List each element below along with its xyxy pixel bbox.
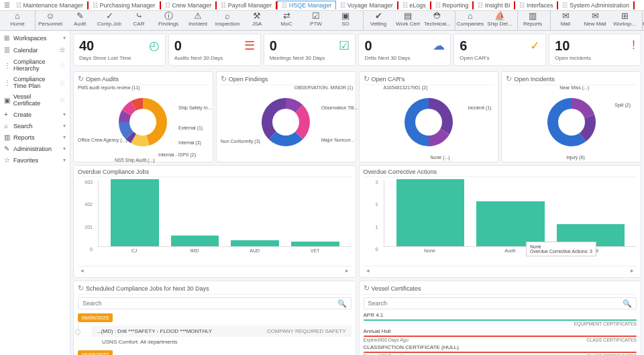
sidebar-icon: ▣ [4,97,11,104]
tab-elogs[interactable]: ☷ eLogs [398,1,431,9]
search-input[interactable] [78,298,333,309]
chevron-down-icon: ▾ [63,146,66,152]
toolbar-icon: ⛑ [423,11,452,21]
reports-button[interactable]: ▥Reports [518,11,547,31]
tab-hsqe-manager[interactable]: ☷ HSQE Manager [277,1,336,9]
toolbar-icon: ⌕ [213,11,242,21]
donut-slice-label: Office Crew Agency (...) [78,138,127,142]
tab-purchasing-manager[interactable]: ☷ Purchasing Manager [89,1,161,9]
ptw-button[interactable]: ☑PTW [301,11,331,31]
technical--button[interactable]: ⛑Technical... [423,11,452,31]
kpi-card[interactable]: 0Audits Next 30 Days☰ [168,34,261,66]
inspection-button[interactable]: ⌕Inspection [213,11,242,31]
favorite-star-icon[interactable]: ☆ [59,96,66,105]
search-input[interactable] [364,298,619,309]
tab-reporting[interactable]: ☷ Reporting [431,1,474,9]
donut-card: ↻Open CAR'sA1654813217901 (2)Incident (1… [359,71,499,162]
certificate-item[interactable]: Annual HullExpired903 Days AgoCLASS CERT… [364,328,637,342]
kpi-card[interactable]: 0Meetings Next 30 Days☑ [264,34,356,66]
bar[interactable] [231,240,279,246]
sidebar-item-compliance-hierarchy[interactable]: ⋮Compliance Hierarchy☆ [0,56,70,74]
sidebar-item-favorites[interactable]: ☆Favorites▾ [0,154,70,166]
toolbar-icon: ▥ [518,11,547,21]
mail-button[interactable]: ✉Mail [551,11,580,31]
toolbar-icon: ⤷ [124,11,154,21]
incident-button[interactable]: ⚠Incident [183,11,213,31]
toolbar-icon: ✉ [580,11,610,21]
worksp--button[interactable]: ⊞Worksp... [610,11,639,31]
sidebar-item-vessel-certificate[interactable]: ▣Vessel Certificate☆ [0,91,70,109]
jsa-button[interactable]: ⚒JSA [242,11,272,31]
dashboard: 40Days Since Lost Time◴0Audits Next 30 D… [70,31,644,355]
tab-system-administration[interactable]: ☷ System Administration [558,1,635,9]
hamburger-icon[interactable]: ☰ [1,1,12,9]
donut-slice-label: Injury (6) [566,155,585,160]
sidebar: ⊞Workspaces▾☰Calendar☆⋮Compliance Hierar… [0,31,70,355]
findings-button[interactable]: ⓘFindings [154,11,183,31]
donut-slice-label: A1654813217901 (2) [384,85,428,90]
toolbar-icon: ⚒ [242,11,272,21]
reload-icon[interactable]: ↻ [364,284,370,293]
audit-button[interactable]: ✎Audit [65,11,95,31]
certificate-item[interactable]: CLASSIFICTION CERTIFICATE (HULL)Expired6… [364,344,637,355]
sidebar-item-administration[interactable]: ✎Administration▾ [0,143,70,154]
donut-slice-label: Observation Titl... [321,105,358,110]
reload-icon[interactable]: ↻ [78,74,84,83]
date-chip: 06/09/2023 [78,350,113,355]
bar[interactable] [476,201,545,246]
tab-interfaces[interactable]: ☷ Interfaces [515,1,558,9]
sidebar-item-compliance-time-plan[interactable]: ⋮Compliance Time Plan☆ [0,74,70,91]
donut-slice-label: Internal - ISPS (2) [158,152,196,157]
sidebar-item-reports[interactable]: ▥Reports▾ [0,132,70,143]
kpi-card[interactable]: 6Open CAR's✓ [453,34,546,66]
bar[interactable] [291,242,339,246]
panel-title: Overdue Corrective Actions [364,168,637,177]
toolbar-icon: ☑ [301,11,331,21]
work-cert-button[interactable]: ▤Work Cert [393,11,423,31]
scheduled-job-item[interactable]: ...(MD) : Drill ***SAFETY - FLOOD ***MON… [91,325,352,337]
ship-det--button[interactable]: ⛵Ship Det... [485,11,515,31]
search-icon[interactable]: 🔍 [619,299,636,308]
home-button[interactable]: ⌂Home [3,11,32,31]
reload-icon[interactable]: ↻ [364,74,370,83]
reload-icon[interactable]: ↻ [221,74,227,83]
panel-title: Open Audits [86,76,119,83]
tab-insight-bi[interactable]: ☷ Insight BI [474,1,515,9]
bar[interactable] [111,179,159,246]
kpi-card[interactable]: 40Days Since Lost Time◴ [73,34,166,66]
comp-job-button[interactable]: ✓Comp.Job [95,11,124,31]
sidebar-item-search[interactable]: ⌕Search▾ [0,120,70,132]
tab-voyage-manager[interactable]: ☷ Voyage Manager [336,1,398,9]
favorite-star-icon[interactable]: ☆ [59,79,66,87]
toolbar-icon: ⌂ [3,11,32,21]
car-button[interactable]: ⤷CAR [124,11,154,31]
companies-button[interactable]: ⌂Companies [455,11,485,31]
toolbar-icon: ⊞ [610,11,639,21]
bar[interactable] [396,179,465,246]
certificate-item[interactable]: APR 4.1EQUIPMENT CERTIFICATES [364,312,637,326]
tab-payroll-manager[interactable]: ☷ Payroll Manager [217,1,277,9]
sidebar-icon: ⋮ [4,62,11,69]
sidebar-icon: ⊞ [4,34,11,42]
favorite-star-icon[interactable]: ☆ [59,61,66,70]
search-icon[interactable]: 🔍 [333,299,351,308]
kpi-card[interactable]: 10Open Incidents! [549,34,641,66]
reload-icon[interactable]: ↻ [78,284,84,293]
svg-point-1 [272,109,299,136]
personnel-button[interactable]: ☺Personnel [36,11,65,31]
sidebar-item-calendar[interactable]: ☰Calendar☆ [0,44,70,56]
chevron-down-icon: ▾ [63,157,66,163]
favorite-star-icon[interactable]: ☆ [59,46,66,54]
kpi-card[interactable]: 0Drills Next 30 Days☁ [358,34,451,66]
so-button[interactable]: ▣SO [331,11,360,31]
moc-button[interactable]: ⇄MoC [272,11,301,31]
tab-crew-manager[interactable]: ☷ Crew Manager [161,1,217,9]
sidebar-item-workspaces[interactable]: ⊞Workspaces▾ [0,32,70,44]
tab-maintenance-manager[interactable]: ☷ Maintenance Manager [12,1,89,9]
bar[interactable] [171,236,219,246]
reload-icon[interactable]: ↻ [506,74,512,83]
new-mail-button[interactable]: ✉New Mail [580,11,610,31]
panel-title: Open CAR's [372,76,405,83]
vetting-button[interactable]: ✔Vetting [364,11,393,31]
sidebar-item-create[interactable]: +Create▾ [0,109,70,120]
